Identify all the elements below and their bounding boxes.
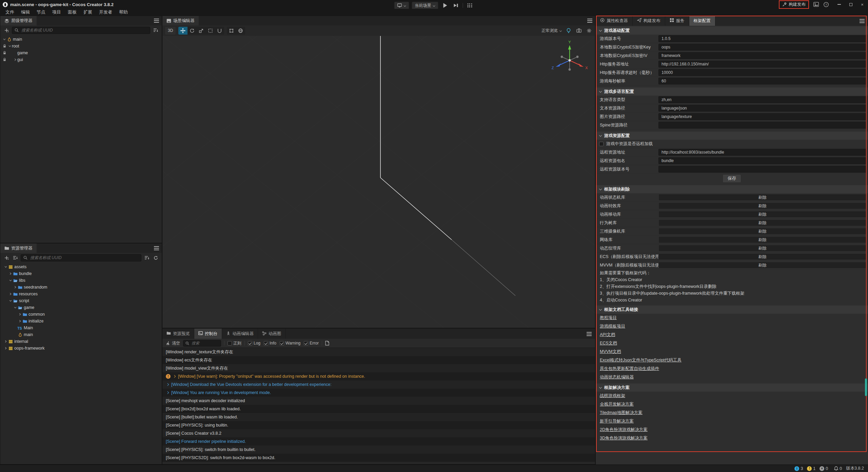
create-asset-button[interactable] (3, 254, 10, 261)
remove-button[interactable]: 剔除 (658, 245, 867, 252)
tree-node-internal[interactable]: internal (0, 338, 162, 345)
console-message[interactable]: [Window] model_view文件夹存在 (162, 364, 595, 372)
expand-arrow-icon[interactable] (8, 292, 13, 296)
section-header[interactable]: 框架文档工具链接 (596, 306, 868, 314)
field-input[interactable] (658, 157, 867, 164)
build-publish-button[interactable]: 构建发布 (779, 1, 809, 8)
help-icon[interactable]: ? (824, 2, 829, 7)
field-input[interactable] (658, 166, 867, 173)
panel-menu-icon[interactable] (154, 18, 159, 23)
console-messages[interactable]: [Window] render_texture文件夹存在[Window] ecs… (162, 348, 595, 462)
console-message[interactable]: [Scene] meshopt wasm decoder initialized (162, 397, 595, 405)
field-input[interactable] (658, 149, 867, 156)
log-file-icon[interactable] (325, 341, 329, 346)
view-mode-dropdown[interactable]: 正常浏览 (541, 28, 562, 34)
expand-arrow-icon[interactable] (2, 38, 6, 41)
save-button[interactable]: 保存 (723, 174, 741, 183)
scale-tool-button[interactable] (197, 27, 206, 35)
scene-settings-button[interactable] (586, 27, 592, 34)
console-message[interactable]: [Window] Download the Vue Devtools exten… (162, 380, 595, 389)
play-button[interactable] (441, 2, 449, 9)
field-input[interactable] (658, 61, 867, 67)
filter-checkbox-Warning[interactable]: Warning (280, 341, 300, 346)
console-message[interactable]: [Scene] Forward render pipeline initiali… (162, 437, 595, 446)
expand-arrow-icon[interactable] (18, 313, 22, 316)
menu-item-编辑[interactable]: 编辑 (18, 9, 33, 16)
remove-button[interactable]: 剔除 (658, 194, 867, 201)
console-message[interactable]: [Window] You are running Vue in developm… (162, 389, 595, 397)
filter-checkbox-Log[interactable]: Log (248, 341, 260, 346)
expand-arrow-icon[interactable] (4, 265, 8, 269)
expand-arrow-icon[interactable] (4, 340, 8, 343)
tree-node-gui[interactable]: gui (0, 56, 162, 63)
expand-arrow-icon[interactable] (18, 319, 22, 323)
inspector-tab-构建发布[interactable]: 构建发布 (633, 16, 665, 26)
console-message[interactable]: ![Window] [Vue warn]: Property "onInput"… (162, 372, 595, 380)
doc-link[interactable]: 动画状态机编辑器 (600, 374, 634, 380)
console-tab-控制台[interactable]: 控制台 (194, 329, 222, 339)
hierarchy-searchbox[interactable] (12, 27, 150, 34)
inspector-tab-服务[interactable]: 服务 (665, 16, 689, 26)
expand-arrow-icon[interactable] (8, 272, 13, 275)
section-header[interactable]: 框架模块剔除 (596, 185, 868, 193)
hierarchy-search-input[interactable] (21, 27, 147, 33)
remove-button[interactable]: 剔除 (658, 211, 867, 218)
field-input[interactable] (658, 96, 867, 103)
expand-arrow-icon[interactable] (8, 44, 12, 48)
scene-viewport[interactable]: Y X Z (163, 36, 595, 328)
console-message[interactable]: [Scene] [box2d]:box2d wasm lib loaded. (162, 405, 595, 413)
inspector-tab-框架配置[interactable]: 框架配置 (689, 16, 715, 26)
close-button[interactable]: × (856, 0, 868, 9)
console-message[interactable]: [Scene] [PHYSICS]: switch from builtin t… (162, 446, 595, 454)
layout-grid-button[interactable] (466, 2, 474, 9)
move-tool-button[interactable] (178, 27, 188, 35)
expand-arrow-icon[interactable] (8, 279, 13, 282)
doc-link[interactable]: 新手引导解决方案 (600, 418, 634, 424)
section-header[interactable]: 游戏基础配置 (596, 26, 868, 35)
console-message[interactable]: [Window] ecs文件夹存在 (162, 356, 595, 364)
tree-node-libs[interactable]: libs (0, 277, 162, 284)
section-header[interactable]: 框架解决方案 (596, 383, 868, 392)
doc-link[interactable]: ECS文档 (600, 340, 617, 346)
coordinate-space-button[interactable] (236, 27, 245, 35)
menu-item-文件[interactable]: 文件 (2, 9, 18, 16)
tree-node-game[interactable]: game (0, 304, 162, 311)
doc-link[interactable]: 游戏模板项目 (600, 323, 625, 329)
console-message[interactable]: [Scene] Cocos Creator v3.8.2 (162, 429, 595, 437)
scene-tab[interactable]: 场景编辑器 (162, 16, 199, 25)
section-header[interactable]: 游戏资源配置 (596, 132, 868, 140)
maximize-button[interactable] (845, 0, 856, 9)
doc-link[interactable]: 战棋游戏框架 (600, 393, 625, 399)
menu-item-节点[interactable]: 节点 (33, 9, 49, 16)
expand-arrow-icon[interactable] (4, 347, 8, 350)
field-input[interactable] (658, 69, 867, 76)
filter-checkbox-Info[interactable]: Info (264, 341, 276, 346)
tree-node-oops-framework[interactable]: oops-framework (0, 345, 162, 352)
expand-arrow-icon[interactable] (13, 286, 17, 289)
doc-link[interactable]: API文档 (600, 332, 615, 338)
hierarchy-tab[interactable]: 层级管理器 (0, 16, 37, 25)
remove-button[interactable]: 剔除 (658, 262, 867, 269)
doc-link[interactable]: 3D角色扮演游戏解决方案 (600, 435, 648, 441)
panel-menu-icon[interactable] (587, 18, 592, 23)
minimize-button[interactable] (833, 0, 845, 9)
field-input[interactable] (658, 113, 867, 120)
status-warning-counter[interactable]: ! 1 (807, 466, 815, 471)
console-message[interactable]: [Window] render_texture文件夹存在 (162, 348, 595, 356)
menu-item-帮助[interactable]: 帮助 (116, 9, 131, 16)
light-toggle-button[interactable] (565, 27, 572, 34)
step-button[interactable] (452, 2, 460, 9)
tree-node-game[interactable]: game (0, 50, 162, 56)
tree-node-main[interactable]: main (0, 36, 162, 43)
tree-node-initialize[interactable]: initialize (0, 318, 162, 324)
inspector-checkbox-row[interactable]: 游戏中资源是否远程加载 (596, 140, 868, 148)
doc-link[interactable]: 2D角色扮演游戏解决方案 (600, 427, 648, 433)
filter-icon[interactable] (152, 27, 159, 34)
expand-arrow-icon[interactable] (13, 306, 17, 309)
field-input[interactable] (658, 35, 867, 42)
tree-node-common[interactable]: common (0, 311, 162, 318)
filter-checkbox-Error[interactable]: Error (304, 341, 319, 346)
preview-image-icon[interactable] (813, 2, 819, 7)
inspector-scrollbar-thumb[interactable] (865, 378, 867, 396)
field-input[interactable] (658, 52, 867, 59)
